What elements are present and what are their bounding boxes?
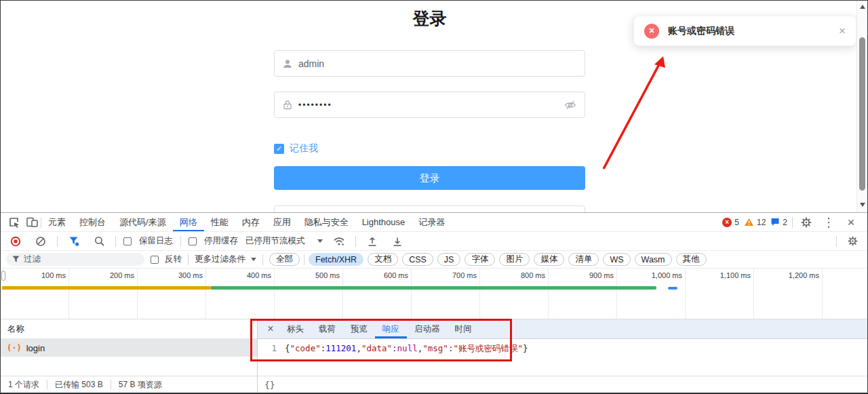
format-braces-icon[interactable]: {}: [264, 380, 275, 390]
timeline-tick-label: 900 ms: [549, 271, 617, 279]
devtools-tab[interactable]: Lighthouse: [355, 213, 412, 231]
request-row-login[interactable]: (·) login: [1, 339, 257, 357]
json-token: null: [397, 343, 418, 353]
timeline-overview[interactable]: 100 ms200 ms300 ms400 ms500 ms600 ms700 …: [1, 269, 867, 319]
disable-cache-checkbox[interactable]: [189, 237, 197, 245]
divider: [836, 236, 837, 247]
toast-message: 账号或密码错误: [668, 25, 734, 37]
warning-icon: [744, 218, 754, 226]
devtools-tabbar-right: × 5 12 2 ⋮ ×: [722, 214, 863, 231]
filter-chip[interactable]: WS: [603, 253, 630, 266]
status-summary: 1 个请求已传输 503 B57 B 项资源: [1, 376, 258, 393]
detail-tab[interactable]: 载荷: [311, 319, 343, 338]
message-icon: [770, 218, 780, 226]
inspect-icon[interactable]: [5, 214, 23, 231]
username-input[interactable]: admin: [274, 50, 585, 77]
message-counter[interactable]: 2: [770, 218, 787, 227]
devtools-tab[interactable]: 源代码/来源: [113, 213, 173, 231]
timeline-tick-label: 800 ms: [480, 271, 549, 279]
filter-funnel-icon[interactable]: [65, 233, 83, 250]
remember-checkbox[interactable]: ✓: [274, 144, 284, 154]
toast-error-icon: ×: [644, 24, 659, 39]
status-item: 已传输 503 B: [47, 380, 111, 389]
detail-tabbar: × 标头载荷预览响应启动器时间: [258, 319, 867, 339]
divider: [304, 254, 304, 265]
remember-me[interactable]: ✓ 记住我: [274, 142, 318, 155]
error-count: 5: [734, 218, 739, 227]
filter-chip[interactable]: 图片: [499, 253, 530, 266]
detail-tab[interactable]: 时间: [448, 319, 479, 338]
export-har-icon[interactable]: [363, 233, 381, 250]
divider: [792, 217, 793, 228]
devtools-tab[interactable]: 网络: [173, 213, 204, 231]
devtools-tab[interactable]: 元素: [41, 213, 73, 231]
line-number: 1: [258, 343, 285, 353]
throttling-select[interactable]: 已停用节流模式: [245, 235, 323, 247]
warning-counter[interactable]: 12: [744, 218, 766, 227]
filter-chip[interactable]: 清单: [568, 253, 599, 266]
json-token: :: [392, 343, 397, 353]
filter-chip[interactable]: Fetch/XHR: [309, 253, 363, 266]
network-settings-gear-icon[interactable]: [844, 233, 861, 250]
scroll-up-arrow[interactable]: [860, 5, 865, 9]
devtools-tab[interactable]: 控制台: [73, 213, 113, 231]
filter-chip[interactable]: 字体: [465, 253, 495, 266]
filter-chips: 全部 Fetch/XHR文档CSSJS字体图片媒体清单WSWasm其他: [269, 253, 707, 266]
detail-tab[interactable]: 响应: [375, 319, 407, 338]
browser-window: 登录 admin •••••••• ✓ 记住我 登录 × 账号或密码错误 ×: [0, 0, 868, 394]
error-counter[interactable]: × 5: [722, 218, 739, 227]
filter-chip[interactable]: 全部: [269, 253, 300, 266]
devtools-tabbar: 元素控制台源代码/来源网络性能内存应用隐私与安全Lighthouse记录器 × …: [1, 213, 867, 232]
filter-chip[interactable]: 文档: [368, 253, 398, 266]
clear-icon[interactable]: [32, 233, 50, 250]
detail-tab[interactable]: 启动器: [407, 319, 448, 338]
detail-tab[interactable]: 标头: [279, 319, 311, 338]
more-filters-button[interactable]: 更多过滤条件: [195, 254, 256, 265]
filter-chip[interactable]: Wasm: [635, 253, 672, 266]
annotation-arrow: [591, 48, 672, 177]
network-conditions-icon[interactable]: [330, 233, 348, 250]
devtools-tab[interactable]: 内存: [235, 213, 267, 231]
name-column-header[interactable]: 名称: [1, 319, 257, 339]
detail-close-icon[interactable]: ×: [262, 323, 279, 335]
divider: [188, 254, 189, 265]
filter-chip[interactable]: 媒体: [534, 253, 564, 266]
page-scrollbar[interactable]: [856, 1, 867, 212]
invert-checkbox[interactable]: [151, 256, 159, 264]
json-token: "账号或密码错误": [453, 343, 523, 355]
json-token: :: [321, 343, 326, 353]
toast-close-icon[interactable]: ×: [839, 25, 846, 37]
json-token: ,: [356, 343, 361, 353]
timeline-ticks: 100 ms200 ms300 ms400 ms500 ms600 ms700 …: [1, 271, 823, 279]
devtools-close-icon[interactable]: ×: [842, 214, 860, 231]
filter-chip[interactable]: 其他: [676, 253, 707, 266]
error-icon: ×: [722, 218, 732, 227]
filter-chip[interactable]: CSS: [402, 253, 433, 266]
detail-tab[interactable]: 预览: [343, 319, 375, 338]
filter-input[interactable]: 过滤: [6, 253, 144, 266]
message-count: 2: [783, 218, 787, 227]
password-input[interactable]: ••••••••: [274, 92, 585, 118]
yellow-phase: [2, 286, 211, 290]
import-har-icon[interactable]: [389, 233, 406, 250]
devtools-tab[interactable]: 记录器: [412, 213, 452, 231]
response-viewer[interactable]: 1 {"code":111201,"data":null,"msg":"账号或密…: [258, 339, 867, 376]
search-icon[interactable]: [90, 233, 108, 250]
funnel-icon: [12, 256, 20, 263]
device-toolbar-icon[interactable]: [23, 214, 41, 231]
settings-gear-icon[interactable]: [797, 214, 815, 231]
preserve-log-checkbox[interactable]: [123, 237, 132, 245]
filter-chip[interactable]: JS: [437, 253, 461, 266]
throttling-value: 已停用节流模式: [245, 235, 305, 247]
kebab-menu-icon[interactable]: ⋮: [820, 214, 837, 231]
user-icon: [283, 59, 292, 68]
devtools-tab[interactable]: 应用: [267, 213, 298, 231]
scrollbar-thumb[interactable]: [859, 37, 865, 191]
devtools-tab[interactable]: 性能: [204, 213, 235, 231]
login-button[interactable]: 登录: [274, 166, 585, 190]
timeline-tick-label: 700 ms: [412, 271, 480, 279]
record-icon[interactable]: [7, 233, 24, 250]
eye-off-icon[interactable]: [564, 100, 576, 110]
devtools-tab[interactable]: 隐私与安全: [298, 213, 355, 231]
scroll-down-arrow[interactable]: [860, 203, 865, 207]
